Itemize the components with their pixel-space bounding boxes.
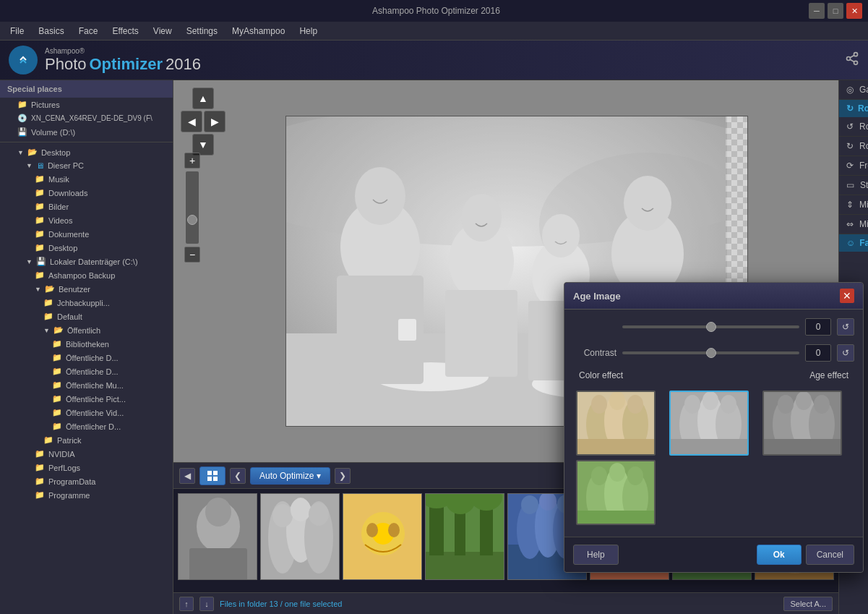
panel-free-rotation[interactable]: ⟳ Free Rotation <box>839 156 868 176</box>
svg-rect-89 <box>577 439 656 456</box>
menu-bar: File Basics Face Effects View Settings M… <box>0 22 868 40</box>
folder-icon: 📁 <box>17 100 27 109</box>
modal-close-button[interactable]: ✕ <box>840 289 854 303</box>
modal-thumbnail-1[interactable] <box>576 391 656 456</box>
svg-point-38 <box>291 498 311 521</box>
contrast-label: Contrast <box>573 348 616 358</box>
sidebar-item-volume-d[interactable]: 💾 Volume (D:\) <box>0 125 173 139</box>
panel-mirror-horizontal[interactable]: ⇔ Mirror Horizontal <box>839 215 868 234</box>
zoom-slider[interactable] <box>186 171 199 244</box>
svg-rect-27 <box>207 477 212 481</box>
thumbnail-1[interactable] <box>178 493 257 580</box>
cancel-button[interactable]: Cancel <box>806 545 854 565</box>
sidebar-item-bilder[interactable]: 📁 Bilder <box>0 200 173 213</box>
svg-point-104 <box>814 395 830 414</box>
prev-button[interactable]: ◀ <box>179 468 195 484</box>
sidebar-item-videos[interactable]: 📁 Videos <box>0 213 173 227</box>
menu-face[interactable]: Face <box>72 23 106 39</box>
svg-line-4 <box>850 59 854 61</box>
status-prev-button[interactable]: ↑ <box>179 597 194 611</box>
sidebar-item-nvidia[interactable]: 📁 NVIDIA <box>0 447 173 461</box>
maximize-button[interactable]: □ <box>828 3 843 19</box>
svg-point-111 <box>609 463 625 482</box>
modal-thumb-4-img <box>577 461 656 525</box>
contrast-slider-input[interactable] <box>622 351 799 354</box>
strip-right-nav[interactable]: ❯ <box>335 468 351 484</box>
sidebar-item-offentliche-pict[interactable]: 📁 Öffentliche Pict... <box>0 392 173 406</box>
auto-optimize-button[interactable]: Auto Optimize ▾ <box>250 467 330 485</box>
strip-left-nav[interactable]: ❮ <box>230 468 246 484</box>
ok-button[interactable]: Ok <box>757 545 802 565</box>
sidebar-item-desktop2[interactable]: 📁 Desktop <box>0 241 173 255</box>
panel-gamma[interactable]: ◎ Gamma <box>839 80 868 100</box>
sidebar-item-offentliche-d2[interactable]: 📁 Öffentliche D... <box>0 364 173 378</box>
menu-effects[interactable]: Effects <box>105 23 145 39</box>
panel-face-header[interactable]: ☺ Face <box>839 234 868 252</box>
sidebar-item-offentliche-mu[interactable]: 📁 Öffentliche Mu... <box>0 378 173 392</box>
modal-thumbnails-grid <box>573 388 854 528</box>
panel-mirror-vertical[interactable]: ⇕ Mirror Vertical <box>839 195 868 215</box>
svg-point-2 <box>847 56 851 60</box>
sidebar-item-musik[interactable]: 📁 Musik <box>0 172 173 186</box>
nav-left-button[interactable]: ◀ <box>181 111 202 132</box>
sidebar-item-offentliche-vid[interactable]: 📁 Öffentliche Vid... <box>0 406 173 419</box>
sidebar-item-programme[interactable]: 📁 Programme <box>0 488 173 502</box>
thumbnail-2[interactable] <box>260 493 340 580</box>
minimize-button[interactable]: ─ <box>809 3 825 19</box>
slider1-reset-button[interactable]: ↺ <box>837 318 854 336</box>
sidebar-item-perflogs[interactable]: 📁 PerfLogs <box>0 461 173 474</box>
sidebar-item-desktop[interactable]: ▼ 📂 Desktop <box>0 145 173 159</box>
help-button[interactable]: Help <box>573 545 619 565</box>
svg-rect-32 <box>189 548 247 580</box>
sidebar-item-bibliotheken[interactable]: 📁 Bibliotheken <box>0 337 173 351</box>
share-button[interactable] <box>845 51 859 69</box>
sidebar-item-default[interactable]: 📁 Default <box>0 310 173 323</box>
modal-thumbnail-3[interactable] <box>762 391 842 456</box>
modal-thumbnail-2[interactable] <box>669 391 749 456</box>
sidebar-item-offentliche-d1[interactable]: 📁 Öffentliche D... <box>0 351 173 364</box>
sidebar-item-ashampoo-backup[interactable]: 📁 Ashampoo Backup <box>0 268 173 282</box>
menu-settings[interactable]: Settings <box>179 23 225 39</box>
panel-rotate-left[interactable]: ↺ Rotate Left <box>839 117 868 137</box>
sidebar-item-benutzer[interactable]: ▼ 📂 Benutzer <box>0 282 173 296</box>
menu-help[interactable]: Help <box>292 23 325 39</box>
svg-rect-46 <box>426 552 504 580</box>
panel-rotate-right[interactable]: ↻ Rotate Right <box>839 137 868 156</box>
sidebar-item-downloads[interactable]: 📁 Downloads <box>0 186 173 200</box>
sidebar-item-pictures[interactable]: 📁 Pictures <box>0 98 173 111</box>
menu-view[interactable]: View <box>146 23 179 39</box>
slider1-input[interactable] <box>622 325 799 328</box>
menu-basics[interactable]: Basics <box>31 23 71 39</box>
sidebar-item-offentlicher-d[interactable]: 📁 Öffentlicher D... <box>0 419 173 433</box>
svg-rect-17 <box>445 290 517 377</box>
status-next-button[interactable]: ↓ <box>199 597 214 611</box>
sidebar-item-programdata[interactable]: 📁 ProgramData <box>0 474 173 488</box>
view-mode-button[interactable] <box>199 466 225 485</box>
sidebar-item-patrick[interactable]: 📁 Patrick <box>0 433 173 447</box>
zoom-in-button[interactable]: + <box>184 153 200 169</box>
sidebar-item-dokumente[interactable]: 📁 Dokumente <box>0 227 173 241</box>
select-all-button[interactable]: Select A... <box>783 597 833 611</box>
sidebar-item-local-disk[interactable]: ▼ 💾 Lokaler Datenträger (C:\) <box>0 255 173 268</box>
svg-point-102 <box>778 395 794 414</box>
panel-straighten-horizon[interactable]: ▭ Straighten horizon <box>839 176 868 195</box>
zoom-controls: + − <box>184 153 200 263</box>
contrast-reset-button[interactable]: ↺ <box>837 344 854 362</box>
menu-file[interactable]: File <box>3 23 31 39</box>
close-button[interactable]: ✕ <box>846 3 862 19</box>
modal-thumbnail-4[interactable] <box>576 460 656 525</box>
dropdown-arrow-icon: ▾ <box>317 471 321 481</box>
thumbnail-3[interactable] <box>343 493 422 580</box>
sidebar-item-jchbackup[interactable]: 📁 Jchbackuppli... <box>0 296 173 310</box>
sidebar-item-offentlich[interactable]: ▼ 📂 Öffentlich <box>0 323 173 337</box>
thumbnail-4[interactable] <box>425 493 504 580</box>
folder-icon: 📁 <box>43 298 53 307</box>
nav-right-button[interactable]: ▶ <box>204 111 225 132</box>
sidebar-item-dieser-pc[interactable]: ▼ 🖥 Dieser PC <box>0 159 173 172</box>
panel-rotate-mirror-header[interactable]: ↻ Rotate / Mirror <box>839 100 868 117</box>
menu-myashampoo[interactable]: MyAshampoo <box>225 23 292 39</box>
zoom-out-button[interactable]: − <box>184 247 200 263</box>
nav-up-button[interactable]: ▲ <box>192 88 214 109</box>
folder-icon: 📁 <box>52 380 62 390</box>
sidebar-item-dvd[interactable]: 💿 XN_CENA_X64REV_DE-DE_DV9 (F\ <box>0 111 173 125</box>
